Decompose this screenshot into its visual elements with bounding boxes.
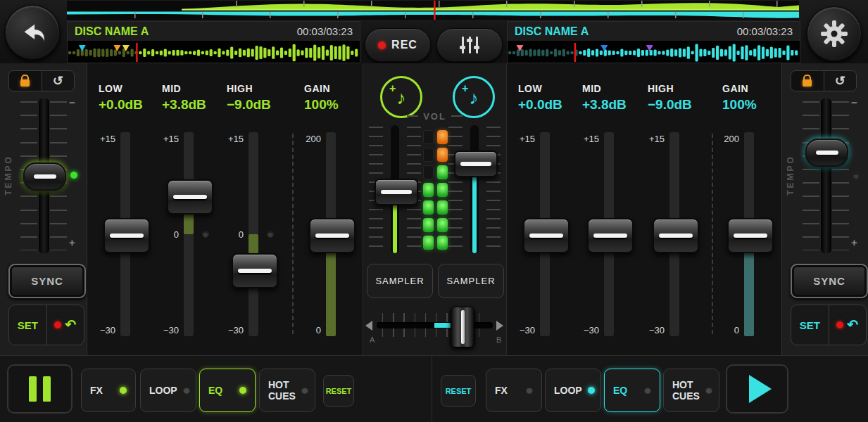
deck-b-low-label: LOW xyxy=(518,83,542,94)
deck-a-high-label: HIGH xyxy=(227,83,253,94)
lock-icon xyxy=(20,79,30,87)
deck-a-set-cue-button[interactable]: SET xyxy=(9,305,47,345)
deck-a-pause-button[interactable] xyxy=(7,364,73,414)
crossfader-handle[interactable] xyxy=(451,307,474,347)
deck-b-volume-fill xyxy=(472,170,477,253)
deck-b-set-cue-button[interactable]: SET xyxy=(791,305,829,345)
deck-b-loop-button[interactable]: LOOP xyxy=(545,369,601,412)
led-green xyxy=(423,236,434,250)
deck-b-sync-button[interactable]: SYNC xyxy=(791,264,868,298)
deck-b-gain-handle[interactable] xyxy=(727,218,774,253)
deck-a-gain-handle[interactable] xyxy=(309,218,356,253)
deck-b-low-handle[interactable] xyxy=(523,218,570,253)
crossfader[interactable]: A B xyxy=(363,306,506,348)
deck-a-tempo-reset-button[interactable]: ↺ xyxy=(42,71,75,91)
settings-button[interactable] xyxy=(807,6,862,61)
deck-a-tempo-handle[interactable] xyxy=(23,162,66,191)
deck-b-volume-handle[interactable] xyxy=(454,151,498,177)
crossfader-fill xyxy=(434,323,451,328)
deck-a-hot-cues-button[interactable]: HOT CUES xyxy=(259,369,315,412)
deck-b-reset-button[interactable]: RESET xyxy=(441,375,476,407)
deck-b-gain-column: GAIN 100% 200 0 xyxy=(707,63,791,355)
record-label: REC xyxy=(391,39,417,51)
deck-a-volume-handle[interactable] xyxy=(375,179,418,205)
deck-a-sampler-button[interactable]: SAMPLER xyxy=(367,264,433,298)
gear-icon xyxy=(820,20,848,48)
deck-a-high-value: −9.0dB xyxy=(227,97,271,113)
tempo-plus-label: + xyxy=(69,236,75,248)
deck-a-tempo-center-indicator xyxy=(70,172,77,179)
deck-a-eq-button[interactable]: EQ xyxy=(199,369,256,412)
deck-a-sync-button[interactable]: SYNC xyxy=(8,264,86,298)
deck-a-mid-center-indicator xyxy=(202,231,209,238)
deck-a-high-handle[interactable] xyxy=(232,253,278,288)
volume-section-label: VOL xyxy=(363,111,506,122)
deck-a-track-title: DISC NAME A xyxy=(75,25,149,38)
deck-b-mid-value: +3.8dB xyxy=(582,97,627,113)
deck-a-gain-column: GAIN 100% 200 0 xyxy=(289,63,373,355)
cue-return-arrow-icon: ↶ xyxy=(65,319,76,330)
reset-icon: ↺ xyxy=(53,75,63,87)
plus-icon: + xyxy=(462,82,468,95)
bottom-bar-divider xyxy=(432,356,432,422)
mixer-panel-button[interactable] xyxy=(436,28,503,62)
deck-a-tempo-slider[interactable]: TEMPO − + xyxy=(0,97,87,256)
deck-b-hot-cues-button[interactable]: HOT CUES xyxy=(663,369,719,412)
dj-mixer-app: DISC NAME A 00:03/03:23 REC DISC NAME A … xyxy=(0,0,868,422)
crossfader-b-label: B xyxy=(496,335,501,344)
deck-b-waveform[interactable] xyxy=(508,41,799,63)
record-button[interactable]: REC xyxy=(365,28,431,62)
fx-indicator-dot xyxy=(526,387,533,394)
deck-a-low-value: +0.0dB xyxy=(99,97,143,113)
led-green xyxy=(423,200,434,215)
deck-a-mid-track[interactable] xyxy=(184,132,194,336)
eq-indicator-dot xyxy=(644,387,651,394)
deck-b-high-handle[interactable] xyxy=(653,218,699,253)
hot-cues-indicator-dot xyxy=(301,387,308,394)
deck-a-mid-handle[interactable] xyxy=(167,179,213,215)
deck-a-volume-fader[interactable] xyxy=(363,125,427,260)
deck-a-tempo-strip: ↺ TEMPO − + SYNC SET ↶ xyxy=(0,63,87,355)
deck-a-reset-button[interactable]: RESET xyxy=(323,375,354,407)
deck-b-cue-return-button[interactable]: ↶ xyxy=(829,305,867,345)
deck-a-low-handle[interactable] xyxy=(103,218,150,253)
deck-b-tempo-slider[interactable]: TEMPO − + xyxy=(782,97,868,256)
deck-a-fx-button[interactable]: FX xyxy=(81,369,136,412)
crossfader-left-arrow-icon xyxy=(365,321,372,331)
deck-b-play-button[interactable] xyxy=(726,364,788,414)
deck-b-tempo-track[interactable] xyxy=(820,97,832,255)
deck-b-eq-button[interactable]: EQ xyxy=(604,369,660,412)
deck-a-high-center-indicator xyxy=(267,231,274,238)
deck-a-waveform[interactable] xyxy=(68,41,359,63)
deck-a-tempo-lock-button[interactable] xyxy=(9,71,42,91)
deck-b-tempo-lock-button[interactable] xyxy=(791,71,824,91)
deck-a-gain-label: GAIN xyxy=(304,83,330,94)
deck-a-high-column: HIGH −9.0dB +15 0 −30 xyxy=(211,63,296,355)
deck-b-tempo-strip: ↺ TEMPO − + SYNC SET ↶ xyxy=(781,63,868,355)
deck-b-title-row: DISC NAME A 00:03/03:23 xyxy=(508,22,800,41)
deck-b-high-label: HIGH xyxy=(648,83,674,94)
deck-b-header: DISC NAME A 00:03/03:23 xyxy=(507,21,800,63)
deck-a-loop-button[interactable]: LOOP xyxy=(140,369,196,412)
led-green xyxy=(437,236,448,250)
deck-b-tempo-handle[interactable] xyxy=(805,139,848,167)
deck-b-mid-handle[interactable] xyxy=(587,218,634,253)
crossfader-a-label: A xyxy=(370,335,375,344)
deck-a-title-row: DISC NAME A 00:03/03:23 xyxy=(68,22,360,41)
cue-record-dot-icon xyxy=(54,321,61,328)
global-waveform-strip[interactable] xyxy=(67,1,799,20)
led-green xyxy=(423,183,434,197)
back-arrow-icon xyxy=(18,18,47,47)
deck-b-gain-label: GAIN xyxy=(722,83,748,94)
deck-b-low-value: +0.0dB xyxy=(518,97,562,113)
deck-b-volume-fader[interactable] xyxy=(443,125,506,260)
deck-a-volume-fill xyxy=(393,198,397,253)
deck-b-tempo-reset-button[interactable]: ↺ xyxy=(824,71,857,91)
led-off xyxy=(423,165,434,179)
led-green xyxy=(437,165,448,179)
deck-a-cue-return-button[interactable]: ↶ xyxy=(47,305,84,345)
global-waveform xyxy=(67,1,799,20)
deck-b-fx-button[interactable]: FX xyxy=(486,369,542,412)
back-button[interactable] xyxy=(5,5,60,60)
deck-b-sampler-button[interactable]: SAMPLER xyxy=(438,264,504,298)
